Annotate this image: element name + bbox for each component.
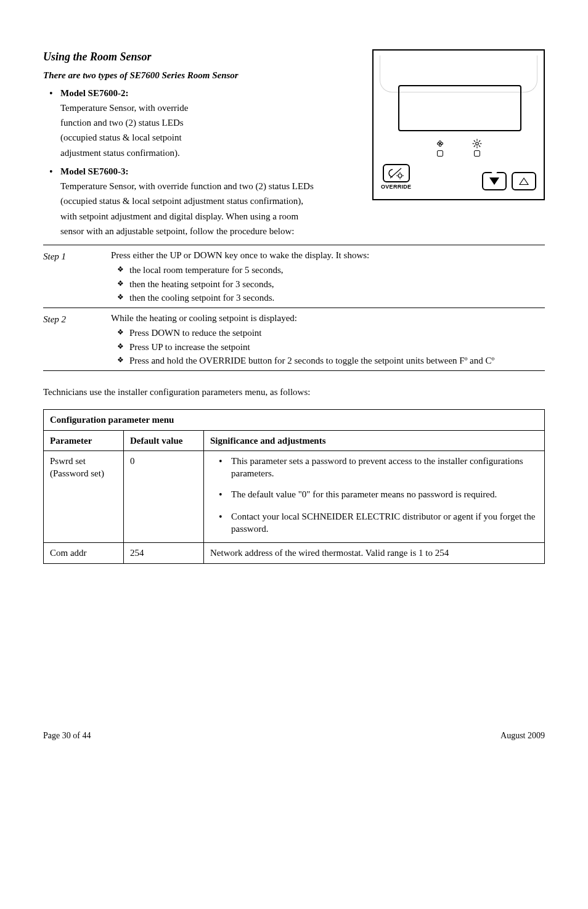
footer-date: August 2009 xyxy=(500,730,545,742)
bullet-dot-icon: • xyxy=(49,165,60,240)
table-header: Parameter xyxy=(44,430,124,450)
moon-sun-icon xyxy=(388,167,405,179)
param-significance: Network address of the wired thermostat.… xyxy=(204,543,545,563)
diamond-bullet-icon: ❖ xyxy=(117,341,129,353)
svg-line-6 xyxy=(479,145,480,147)
step-item: Press UP to increase the setpoint xyxy=(129,341,250,353)
table-title: Configuration parameter menu xyxy=(44,410,545,430)
up-button[interactable] xyxy=(512,172,536,190)
diamond-bullet-icon: ❖ xyxy=(117,264,129,276)
config-parameter-table: Configuration parameter menu Parameter D… xyxy=(43,409,545,563)
footer-page: Page 30 of 44 xyxy=(43,730,91,742)
table-row: Pswrd set (Password set) 0 •This paramet… xyxy=(44,450,545,543)
param-default: 254 xyxy=(124,543,204,563)
step-item: Press DOWN to reduce the setpoint xyxy=(129,327,262,339)
param-default: 0 xyxy=(124,450,204,543)
room-sensor-diagram: OVERRIDE xyxy=(372,49,545,200)
param-significance: This parameter sets a password to preven… xyxy=(231,455,538,480)
step-number: Step 2 xyxy=(43,312,111,368)
step-number: Step 1 xyxy=(43,249,111,305)
step-row: Step 2 While the heating or cooling setp… xyxy=(43,308,545,371)
svg-point-10 xyxy=(398,174,402,177)
bullet-dot-icon: • xyxy=(219,510,231,536)
step-lead-text: While the heating or cooling setpoint is… xyxy=(111,312,545,324)
triangle-down-icon xyxy=(489,177,499,185)
param-significance: Contact your local SCHNEIDER ELECTRIC di… xyxy=(231,510,538,536)
lcd-screen xyxy=(398,85,521,131)
diamond-bullet-icon: ❖ xyxy=(117,327,129,339)
param-name: Pswrd set (Password set) xyxy=(44,450,124,543)
bullet-dot-icon: • xyxy=(219,488,231,502)
step-item: Press and hold the OVERRIDE button for 2… xyxy=(129,354,494,367)
override-button-label: OVERRIDE xyxy=(381,183,411,190)
diamond-bullet-icon: ❖ xyxy=(117,354,129,367)
intro-text: There are two types of SE7600 Series Roo… xyxy=(43,69,314,81)
svg-line-5 xyxy=(474,141,475,142)
step-item: then the heating setpoint for 3 seconds, xyxy=(129,278,274,290)
param-name: Com addr xyxy=(44,543,124,563)
technician-heading: Technicians use the installer configurat… xyxy=(43,386,545,398)
down-button[interactable] xyxy=(482,172,507,190)
fan-led-icon xyxy=(435,138,446,157)
step-item: the local room temperature for 5 seconds… xyxy=(129,264,284,276)
triangle-up-icon xyxy=(519,177,529,185)
svg-point-0 xyxy=(476,142,479,145)
step-row: Step 1 Press either the UP or DOWN key o… xyxy=(43,245,545,308)
step-lead-text: Press either the UP or DOWN key once to … xyxy=(111,249,545,261)
table-header: Default value xyxy=(124,430,204,450)
override-button[interactable] xyxy=(383,164,410,182)
diamond-bullet-icon: ❖ xyxy=(117,291,129,304)
diamond-bullet-icon: ❖ xyxy=(117,278,129,290)
param-significance: The default value "0" for this parameter… xyxy=(231,488,497,502)
section-heading: Using the Room Sensor xyxy=(43,49,314,64)
step-item: then the cooling setpoint for 3 seconds. xyxy=(129,291,274,304)
table-row: Com addr 254 Network address of the wire… xyxy=(44,543,545,563)
bullet-dot-icon: • xyxy=(49,87,60,161)
svg-line-7 xyxy=(474,145,475,147)
sensor-type-item: • Model SE7600-3: Temperature Sensor, wi… xyxy=(49,165,314,240)
svg-line-8 xyxy=(479,141,480,142)
bullet-dot-icon: • xyxy=(219,455,231,480)
sun-led-icon xyxy=(472,138,483,157)
table-header: Significance and adjustments xyxy=(204,430,545,450)
sensor-type-item: • Model SE7600-2: Temperature Sensor, wi… xyxy=(49,87,314,161)
